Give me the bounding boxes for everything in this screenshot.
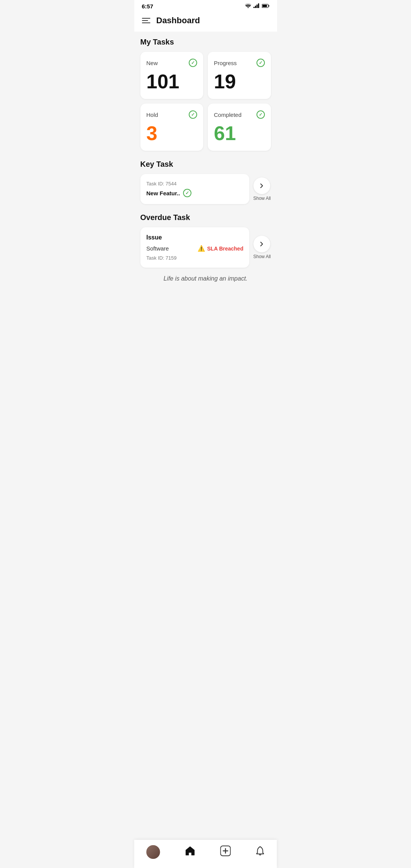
key-task-check-icon <box>183 189 191 197</box>
task-card-hold-check <box>189 110 197 119</box>
task-card-new-check <box>189 59 197 67</box>
sla-badge-text: SLA Breached <box>207 246 243 252</box>
task-card-completed[interactable]: Completed 61 <box>208 104 271 151</box>
task-card-new-label: New <box>147 60 158 66</box>
quote-text: Life is about making an impact. <box>140 268 271 286</box>
my-tasks-section-title: My Tasks <box>140 38 271 46</box>
overdue-card-id: Task ID: 7159 <box>147 255 244 261</box>
task-card-completed-header: Completed <box>214 110 265 119</box>
task-card-new-value: 101 <box>147 72 198 91</box>
overdue-card-software: Software <box>147 245 169 252</box>
wifi-icon <box>245 3 251 9</box>
add-icon <box>220 846 231 859</box>
task-card-progress-check <box>256 59 265 67</box>
signal-icon <box>253 3 260 9</box>
key-task-card[interactable]: Task ID: 7544 New Featur.. <box>140 174 250 204</box>
overdue-card-type: Issue <box>147 234 244 241</box>
arrow-right-icon-overdue <box>258 241 265 247</box>
task-card-hold-label: Hold <box>147 112 158 118</box>
avatar-image <box>147 845 160 859</box>
key-task-show-all-circle <box>253 177 270 194</box>
overdue-show-all-label: Show All <box>253 254 271 259</box>
key-task-row: Task ID: 7544 New Featur.. Show All <box>140 174 271 204</box>
task-card-hold[interactable]: Hold 3 <box>140 104 204 151</box>
key-task-id: Task ID: 7544 <box>147 181 244 187</box>
svg-rect-0 <box>253 7 255 8</box>
task-card-completed-check <box>256 110 265 119</box>
overdue-row: Issue Software ⚠️ SLA Breached Task ID: … <box>140 227 271 268</box>
page-title: Dashboard <box>156 16 200 26</box>
svg-rect-1 <box>255 6 256 8</box>
nav-item-add[interactable] <box>214 844 237 860</box>
svg-rect-5 <box>262 5 267 7</box>
arrow-right-icon <box>258 182 265 189</box>
battery-icon <box>262 3 269 9</box>
sla-badge: ⚠️ SLA Breached <box>198 245 243 252</box>
status-time: 6:57 <box>142 3 153 10</box>
key-task-show-all-button[interactable]: Show All <box>253 177 271 201</box>
task-card-hold-header: Hold <box>147 110 198 119</box>
warning-icon: ⚠️ <box>198 245 205 252</box>
svg-rect-6 <box>268 5 269 7</box>
key-task-section-title: Key Task <box>140 160 271 169</box>
nav-item-notifications[interactable] <box>249 844 271 860</box>
bell-icon <box>255 846 264 858</box>
task-card-progress-label: Progress <box>214 60 237 66</box>
bottom-nav <box>134 840 277 868</box>
nav-item-profile[interactable] <box>140 844 166 860</box>
task-grid: New 101 Progress 19 Hold 3 Completed <box>140 52 271 151</box>
task-card-hold-value: 3 <box>147 123 198 143</box>
overdue-show-all-circle <box>253 236 270 252</box>
task-card-completed-label: Completed <box>214 112 242 118</box>
main-content: My Tasks New 101 Progress 19 Hold 3 <box>134 32 277 316</box>
task-card-progress[interactable]: Progress 19 <box>208 52 271 99</box>
task-card-progress-header: Progress <box>214 59 265 67</box>
task-card-new-header: New <box>147 59 198 67</box>
overdue-card-row: Software ⚠️ SLA Breached <box>147 245 244 252</box>
menu-icon[interactable] <box>142 18 150 23</box>
task-card-completed-value: 61 <box>214 123 265 143</box>
task-card-progress-value: 19 <box>214 72 265 91</box>
svg-rect-3 <box>258 3 259 8</box>
overdue-card[interactable]: Issue Software ⚠️ SLA Breached Task ID: … <box>140 227 250 268</box>
status-icons <box>245 3 269 9</box>
home-icon <box>185 846 196 858</box>
task-card-new[interactable]: New 101 <box>140 52 204 99</box>
overdue-show-all-button[interactable]: Show All <box>253 236 271 259</box>
key-task-show-all-label: Show All <box>253 196 271 201</box>
nav-item-home[interactable] <box>179 844 202 860</box>
overdue-task-section-title: Overdue Task <box>140 213 271 222</box>
header: Dashboard <box>134 11 277 32</box>
svg-rect-2 <box>256 5 258 8</box>
key-task-name: New Featur.. <box>147 189 244 197</box>
avatar <box>147 845 160 859</box>
status-bar: 6:57 <box>134 0 277 11</box>
